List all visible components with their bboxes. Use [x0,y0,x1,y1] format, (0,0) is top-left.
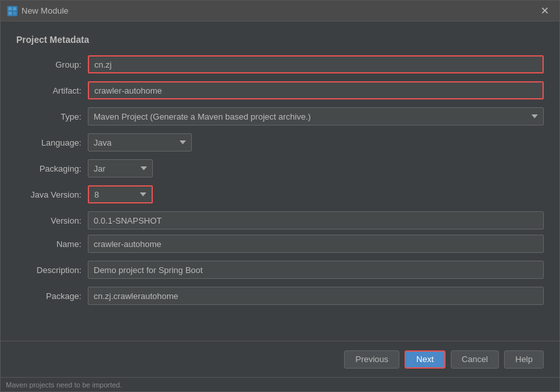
bottom-bar: Previous Next Cancel Help [1,341,559,377]
window-title: New Module [21,6,68,16]
name-label: Name: [16,239,88,249]
package-row: Package: [16,287,544,305]
content-area: Project Metadata Group: Artifact: Type: … [1,21,559,341]
svg-rect-3 [13,12,16,15]
description-label: Description: [16,265,88,275]
section-title: Project Metadata [16,34,544,45]
help-button[interactable]: Help [504,350,544,369]
artifact-row: Artifact: [16,81,544,99]
packaging-label: Packaging: [16,164,88,174]
description-row: Description: [16,261,544,279]
version-input[interactable] [88,211,544,229]
packaging-select[interactable]: Jar War [88,159,153,177]
package-input[interactable] [88,287,544,305]
svg-rect-2 [8,12,12,15]
status-bar: Maven projects need to be imported. [1,377,559,391]
status-text: Maven projects need to be imported. [6,381,122,389]
package-label: Package: [16,291,88,301]
version-label: Version: [16,216,88,226]
svg-rect-0 [8,7,12,10]
window-icon [7,6,18,16]
java-version-select[interactable]: 8 11 17 21 [88,185,153,203]
language-label: Language: [16,138,88,148]
type-row: Type: Maven Project (Generate a Maven ba… [16,107,544,125]
description-input[interactable] [88,261,544,279]
artifact-label: Artifact: [16,86,88,96]
previous-button[interactable]: Previous [344,350,399,369]
java-version-row: Java Version: 8 11 17 21 [16,185,544,203]
svg-rect-1 [13,7,16,10]
group-row: Group: [16,55,544,73]
close-button[interactable]: ✕ [537,5,553,18]
name-row: Name: [16,235,544,253]
title-bar: New Module ✕ [1,1,559,21]
type-label: Type: [16,112,88,122]
window: New Module ✕ Project Metadata Group: Art… [0,0,560,392]
version-row: Version: [16,211,544,229]
type-select[interactable]: Maven Project (Generate a Maven based pr… [88,107,544,125]
group-input[interactable] [88,55,544,73]
cancel-button[interactable]: Cancel [451,350,499,369]
artifact-input[interactable] [88,81,544,99]
java-version-label: Java Version: [16,190,88,200]
next-button[interactable]: Next [405,350,446,369]
name-input[interactable] [88,235,544,253]
group-label: Group: [16,60,88,70]
language-row: Language: Java Kotlin Groovy [16,133,544,151]
language-select[interactable]: Java Kotlin Groovy [88,133,192,151]
packaging-row: Packaging: Jar War [16,159,544,177]
title-bar-left: New Module [7,6,68,16]
